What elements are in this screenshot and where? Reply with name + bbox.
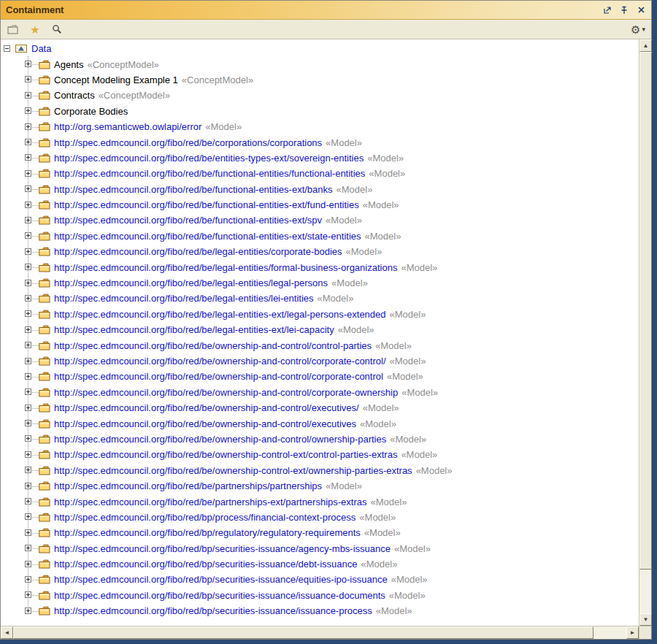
tree-row[interactable]: http://spec.edmcouncil.org/fibo/red/be/o… — [1, 463, 639, 478]
expand-toggle[interactable] — [25, 139, 31, 145]
tree-row[interactable]: http://spec.edmcouncil.org/fibo/red/be/l… — [1, 307, 639, 322]
tree-item-label[interactable]: http://spec.edmcouncil.org/fibo/red/be/f… — [54, 168, 365, 179]
tree-item-label[interactable]: http://spec.edmcouncil.org/fibo/red/be/l… — [54, 246, 342, 257]
horizontal-scroll-track[interactable] — [13, 626, 626, 639]
expand-toggle[interactable] — [25, 310, 31, 317]
tree-row[interactable]: http://spec.edmcouncil.org/fibo/red/be/l… — [1, 322, 639, 337]
tree-row[interactable]: http://spec.edmcouncil.org/fibo/red/be/f… — [1, 229, 639, 244]
tree-row[interactable]: Contracts «ConceptModel» — [1, 88, 639, 103]
tree-item-label[interactable]: http://spec.edmcouncil.org/fibo/red/bp/s… — [54, 590, 385, 601]
expand-toggle[interactable] — [25, 61, 31, 67]
tree-item-label[interactable]: http://spec.edmcouncil.org/fibo/red/bp/r… — [54, 527, 361, 538]
tree-row[interactable]: http://spec.edmcouncil.org/fibo/red/be/p… — [1, 494, 639, 509]
expand-toggle[interactable] — [25, 388, 31, 395]
tree-row[interactable]: Concept Modeling Example 1 «ConceptModel… — [1, 72, 639, 88]
expand-toggle[interactable] — [25, 217, 31, 223]
expand-toggle[interactable] — [25, 107, 31, 114]
expand-toggle[interactable] — [25, 123, 31, 130]
tree-item-label[interactable]: Agents — [54, 59, 83, 70]
scroll-left-button[interactable]: ◄ — [1, 626, 13, 639]
expand-toggle[interactable] — [25, 435, 31, 442]
tree-row[interactable]: http://spec.edmcouncil.org/fibo/red/bp/s… — [1, 541, 639, 556]
tree-row[interactable]: http://spec.edmcouncil.org/fibo/red/be/o… — [1, 353, 639, 369]
tree-item-label[interactable]: http://spec.edmcouncil.org/fibo/red/be/l… — [54, 293, 314, 304]
tree-row[interactable]: http://spec.edmcouncil.org/fibo/red/be/l… — [1, 244, 639, 259]
settings-menu-button[interactable]: ⚙ ▾ — [631, 24, 645, 35]
expand-toggle[interactable] — [25, 513, 31, 520]
tree-item-label[interactable]: http://spec.edmcouncil.org/fibo/red/be/e… — [54, 153, 364, 164]
vertical-scroll-thumb[interactable] — [639, 52, 652, 570]
tree-row[interactable]: http://spec.edmcouncil.org/fibo/red/be/f… — [1, 182, 639, 197]
horizontal-scroll-thumb[interactable] — [13, 626, 593, 639]
tree-item-label[interactable]: http://spec.edmcouncil.org/fibo/red/be/o… — [54, 465, 412, 476]
tree-row[interactable]: http://spec.edmcouncil.org/fibo/red/be/o… — [1, 447, 639, 462]
expand-toggle[interactable] — [25, 154, 31, 161]
tree-item-label[interactable]: Concept Modeling Example 1 — [54, 74, 178, 85]
tree-row[interactable]: http://spec.edmcouncil.org/fibo/red/bp/s… — [1, 603, 639, 618]
tree-row[interactable]: http://spec.edmcouncil.org/fibo/red/be/f… — [1, 197, 639, 212]
expand-toggle[interactable] — [25, 576, 31, 583]
horizontal-scrollbar[interactable]: ◄ ► — [1, 626, 651, 639]
tree-item-label[interactable]: http://spec.edmcouncil.org/fibo/red/be/o… — [54, 434, 386, 445]
tree-row[interactable]: http://spec.edmcouncil.org/fibo/red/be/c… — [1, 134, 639, 150]
tree-item-label[interactable]: http://spec.edmcouncil.org/fibo/red/be/c… — [54, 137, 322, 148]
tree-item-label[interactable]: http://spec.edmcouncil.org/fibo/red/be/p… — [54, 480, 322, 491]
expand-toggle[interactable] — [25, 420, 31, 426]
expand-toggle[interactable] — [25, 451, 31, 458]
collapse-toggle[interactable] — [4, 45, 10, 52]
expand-toggle[interactable] — [25, 202, 31, 208]
close-icon[interactable] — [636, 5, 646, 15]
tree-row[interactable]: http://spec.edmcouncil.org/fibo/red/be/o… — [1, 400, 639, 415]
expand-toggle[interactable] — [25, 545, 31, 551]
tree-item-label[interactable]: http://spec.edmcouncil.org/fibo/red/be/o… — [54, 371, 383, 382]
tree-item-label[interactable]: Contracts — [54, 90, 95, 101]
expand-toggle[interactable] — [25, 405, 31, 411]
vertical-scrollbar[interactable]: ▲ ▼ — [639, 39, 651, 626]
tree-item-label[interactable]: http://spec.edmcouncil.org/fibo/red/bp/p… — [54, 512, 356, 523]
expand-toggle[interactable] — [25, 295, 31, 302]
pin-icon[interactable] — [619, 5, 629, 15]
tree-item-label[interactable]: http://spec.edmcouncil.org/fibo/red/be/o… — [54, 402, 359, 413]
expand-toggle[interactable] — [25, 264, 31, 270]
tree-row[interactable]: http://spec.edmcouncil.org/fibo/red/be/l… — [1, 291, 639, 306]
float-window-icon[interactable] — [602, 5, 612, 15]
expand-toggle[interactable] — [25, 326, 31, 333]
tree-item-label[interactable]: http://spec.edmcouncil.org/fibo/red/be/f… — [54, 215, 322, 226]
tree-row[interactable]: http://spec.edmcouncil.org/fibo/red/be/o… — [1, 385, 639, 400]
tree-item-label[interactable]: http://spec.edmcouncil.org/fibo/red/be/l… — [54, 324, 334, 335]
open-icon[interactable] — [7, 23, 20, 36]
expand-toggle[interactable] — [25, 373, 31, 380]
tree-item-label[interactable]: http://spec.edmcouncil.org/fibo/red/bp/s… — [54, 574, 388, 585]
expand-toggle[interactable] — [25, 342, 31, 348]
tree-item-label[interactable]: Data — [31, 43, 51, 54]
tree-row[interactable]: Corporate Bodies — [1, 104, 639, 119]
tree-item-label[interactable]: http://spec.edmcouncil.org/fibo/red/be/l… — [54, 277, 328, 288]
expand-toggle[interactable] — [25, 561, 31, 567]
tree-item-label[interactable]: http://spec.edmcouncil.org/fibo/red/be/p… — [54, 497, 367, 507]
tree-row[interactable]: http://spec.edmcouncil.org/fibo/red/be/p… — [1, 478, 639, 494]
expand-toggle[interactable] — [25, 248, 31, 255]
tree-row[interactable]: http://spec.edmcouncil.org/fibo/red/bp/r… — [1, 525, 639, 540]
tree-item-label[interactable]: http://spec.edmcouncil.org/fibo/red/bp/s… — [54, 605, 372, 616]
tree-item-label[interactable]: http://org.semanticweb.owlapi/error — [54, 121, 201, 132]
favorites-star-icon[interactable]: ★ — [28, 23, 42, 36]
tree-item-label[interactable]: http://spec.edmcouncil.org/fibo/red/be/f… — [54, 231, 361, 242]
expand-toggle[interactable] — [25, 185, 31, 192]
scroll-right-button[interactable]: ► — [626, 626, 639, 639]
expand-toggle[interactable] — [25, 232, 31, 239]
tree-item-label[interactable]: http://spec.edmcouncil.org/fibo/red/be/o… — [54, 418, 356, 429]
tree-item-label[interactable]: http://spec.edmcouncil.org/fibo/red/bp/s… — [54, 559, 358, 570]
tree-row[interactable]: http://spec.edmcouncil.org/fibo/red/be/e… — [1, 150, 639, 166]
tree-row[interactable]: http://spec.edmcouncil.org/fibo/red/be/f… — [1, 166, 639, 181]
expand-toggle[interactable] — [25, 498, 31, 505]
expand-toggle[interactable] — [25, 529, 31, 536]
tree-row[interactable]: http://spec.edmcouncil.org/fibo/red/be/o… — [1, 369, 639, 384]
search-icon[interactable] — [50, 23, 64, 36]
tree-row[interactable]: http://org.semanticweb.owlapi/error «Mod… — [1, 119, 639, 134]
tree-item-label[interactable]: http://spec.edmcouncil.org/fibo/red/bp/s… — [54, 543, 391, 554]
tree-item-label[interactable]: http://spec.edmcouncil.org/fibo/red/be/l… — [54, 262, 397, 273]
expand-toggle[interactable] — [25, 170, 31, 177]
tree-row[interactable]: http://spec.edmcouncil.org/fibo/red/be/l… — [1, 275, 639, 291]
tree-row[interactable]: http://spec.edmcouncil.org/fibo/red/be/o… — [1, 337, 639, 353]
expand-toggle[interactable] — [25, 483, 31, 489]
